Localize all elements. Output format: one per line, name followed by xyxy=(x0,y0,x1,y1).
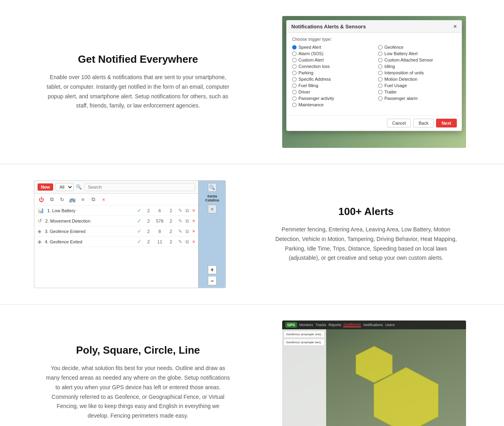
option-alarm[interactable]: Alarm (SOS) xyxy=(292,51,370,56)
alert-row-1-copy[interactable]: ⧉ xyxy=(185,208,189,213)
alert-icons-row: ⏻ ⧉ ↻ 🚌 ≡ ⧉ × xyxy=(34,194,198,205)
dialog-body: Choose trigger type: Speed Alert Geofenc… xyxy=(287,33,462,115)
notifications-dialog: Notifications Alerts & Sensors × Choose … xyxy=(286,20,462,131)
geo-tab-tracks[interactable]: Tracks xyxy=(315,323,326,327)
alert-row-2-delete[interactable]: × xyxy=(192,218,195,224)
radio-alarm[interactable] xyxy=(292,52,297,56)
alert-row-1-edit[interactable]: ✎ xyxy=(178,208,182,213)
geo-tab-users[interactable]: Users xyxy=(385,323,395,327)
map-zoom-in-button[interactable]: + xyxy=(208,265,217,274)
alert-row-3-copy[interactable]: ⧉ xyxy=(185,229,189,234)
option-motion-detection[interactable]: Motion Detection xyxy=(378,77,456,82)
dialog-close-icon[interactable]: × xyxy=(454,23,457,30)
copy-icon[interactable]: ⧉ xyxy=(48,196,55,203)
option-fuel-usage[interactable]: Fuel Usage xyxy=(378,83,456,88)
option-passenger-alarm[interactable]: Passenger alarm xyxy=(378,96,456,101)
back-button[interactable]: Back xyxy=(413,119,433,127)
option-idling[interactable]: Idling xyxy=(378,64,456,69)
new-alert-button[interactable]: New xyxy=(38,183,53,191)
map-search-button[interactable]: 🔍 xyxy=(208,183,217,192)
alert-row-4-icon: ◈ xyxy=(38,239,42,245)
alert-search-input[interactable] xyxy=(84,183,195,191)
alert-row-2-copy[interactable]: ⧉ xyxy=(185,218,189,224)
filter-select[interactable]: All xyxy=(56,183,74,191)
alert-row-4-copy[interactable]: ⧉ xyxy=(185,239,189,245)
geo-tab-notifications[interactable]: Notifications xyxy=(363,323,383,327)
trigger-options-grid: Speed Alert Geofence Alarm (SOS) Lo xyxy=(292,45,456,107)
trigger-label: Choose trigger type: xyxy=(292,37,456,42)
alert-row-2-edit[interactable]: ✎ xyxy=(178,218,182,224)
option-custom-sensor[interactable]: Custom Attached Sensor xyxy=(378,58,456,62)
radio-fuel-filling[interactable] xyxy=(292,84,297,88)
option-custom-alert[interactable]: Custom Alert xyxy=(292,58,370,62)
alert-row-1-delete[interactable]: × xyxy=(192,207,195,213)
radio-passenger-alarm[interactable] xyxy=(378,96,382,101)
option-interposition[interactable]: Interposition of units xyxy=(378,70,456,75)
radio-interposition[interactable] xyxy=(378,71,382,75)
option-geofence[interactable]: Geofence xyxy=(378,45,456,50)
radio-connection-loss[interactable] xyxy=(292,64,297,69)
alert-row-2-name: 2. Movement Detection xyxy=(45,219,133,223)
geo-tab-geofences[interactable]: Geofences xyxy=(343,322,361,327)
power-icon[interactable]: ⏻ xyxy=(38,196,45,203)
radio-motion-detection[interactable] xyxy=(378,77,382,82)
alert-row-4-name: 4. Geofence Exited xyxy=(45,239,133,244)
radio-passenger-activity[interactable] xyxy=(292,96,297,101)
notifications-description: Enable over 100 alerts & notifications t… xyxy=(46,73,230,111)
duplicate-icon[interactable]: ⧉ xyxy=(90,196,97,203)
radio-parking[interactable] xyxy=(292,71,297,75)
bus-icon[interactable]: 🚌 xyxy=(69,196,76,203)
geo-sidebar-item-2[interactable]: Geofence (example two) xyxy=(284,339,325,346)
radio-low-battery[interactable] xyxy=(378,52,382,56)
option-trailer[interactable]: Trailer xyxy=(378,90,456,94)
radio-custom-alert[interactable] xyxy=(292,58,297,62)
option-fuel-filling[interactable]: Fuel filling xyxy=(292,83,370,88)
alert-row-3-check: ✓ xyxy=(137,228,141,234)
radio-custom-sensor[interactable] xyxy=(378,58,382,62)
radio-trailer[interactable] xyxy=(378,90,382,94)
radio-driver[interactable] xyxy=(292,90,297,94)
alert-row-1-name: 1. Low Battery xyxy=(47,208,133,213)
svg-marker-1 xyxy=(374,368,438,426)
cancel-button[interactable]: Cancel xyxy=(387,119,411,127)
map-zoom-out-button[interactable]: − xyxy=(208,277,217,285)
radio-speed-alert[interactable] xyxy=(292,45,297,50)
geo-tab-reports[interactable]: Reports xyxy=(329,323,341,327)
alert-row-4-num2: 11 xyxy=(156,239,164,244)
alert-row-3-name: 3. Geofence Entered xyxy=(45,229,133,234)
alert-list-main: New All 🔍 ⏻ ⧉ ↻ 🚌 ≡ ⧉ × xyxy=(34,181,198,288)
alert-row-1: 📊 1. Low Battery ✓ 2 6 2 ✎ ⧉ × xyxy=(34,205,198,216)
alert-row-3: ◈ 3. Geofence Entered ✓ 2 8 2 ✎ ⧉ × xyxy=(34,226,198,237)
geo-tab-monitors[interactable]: Monitors xyxy=(299,323,313,327)
option-maintenance[interactable]: Maintenance xyxy=(292,102,370,107)
option-specific-address[interactable]: Specific Address xyxy=(292,77,370,82)
section-geofence: Poly, Square, Circle, Line You decide, w… xyxy=(0,305,504,426)
alert-row-3-delete[interactable]: × xyxy=(192,228,195,234)
delete-all-icon[interactable]: × xyxy=(100,196,107,203)
radio-idling[interactable] xyxy=(378,64,382,69)
option-driver[interactable]: Driver xyxy=(292,90,370,94)
next-button[interactable]: Next xyxy=(436,119,457,127)
radio-specific-address[interactable] xyxy=(292,77,297,82)
radio-maintenance[interactable] xyxy=(292,103,297,107)
option-low-battery[interactable]: Low Battery Alert xyxy=(378,51,456,56)
option-custom-sensor-label: Custom Attached Sensor xyxy=(384,58,433,62)
refresh-icon[interactable]: ↻ xyxy=(58,196,66,203)
alert-row-3-edit[interactable]: ✎ xyxy=(178,229,182,234)
alert-row-4-delete[interactable]: × xyxy=(192,239,195,245)
alert-row-4-edit[interactable]: ✎ xyxy=(178,239,182,245)
alert-row-3-num2: 8 xyxy=(156,229,164,234)
layers-icon[interactable]: ≡ xyxy=(79,196,86,203)
geo-sidebar-item-1[interactable]: Geofence (example one) xyxy=(284,331,325,338)
geofence-text-col: Poly, Square, Circle, Line You decide, w… xyxy=(24,336,252,426)
option-speed-alert[interactable]: Speed Alert xyxy=(292,45,370,50)
option-passenger-activity[interactable]: Passenger activity xyxy=(292,96,370,101)
alert-row-2-num2: 578 xyxy=(156,219,164,223)
alert-toolbar: New All 🔍 xyxy=(34,181,198,194)
option-parking[interactable]: Parking xyxy=(292,70,370,75)
alert-row-1-num3: 2 xyxy=(167,208,175,213)
option-connection-loss[interactable]: Connection loss xyxy=(292,64,370,69)
radio-geofence[interactable] xyxy=(378,45,382,50)
radio-fuel-usage[interactable] xyxy=(378,84,382,88)
map-layers-button[interactable]: ≡ xyxy=(208,205,217,213)
